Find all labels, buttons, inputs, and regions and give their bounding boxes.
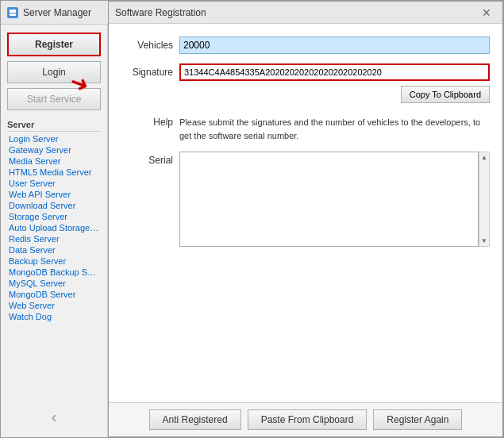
copy-btn-row: Copy To Clipboard xyxy=(121,86,490,103)
vehicles-label: Vehicles xyxy=(121,40,173,51)
svg-rect-0 xyxy=(10,10,16,13)
anti-registered-button[interactable]: Anti Registered xyxy=(149,409,241,430)
dialog-footer: Anti Registered Paste From Clipboard Reg… xyxy=(109,402,502,436)
server-list-item[interactable]: Data Server xyxy=(7,244,101,256)
server-list-item[interactable]: Media Server xyxy=(7,156,101,167)
dialog-body: Vehicles Signature Copy To Clipboard Hel… xyxy=(109,25,502,402)
server-list-item[interactable]: Storage Server xyxy=(7,211,101,222)
server-list-item[interactable]: User Server xyxy=(7,178,101,189)
paste-from-clipboard-button[interactable]: Paste From Clipboard xyxy=(248,409,367,430)
signature-label: Signature xyxy=(121,67,173,78)
register-button[interactable]: Register xyxy=(7,33,101,56)
scrollbar-down-arrow[interactable]: ▼ xyxy=(481,237,487,244)
vehicles-row: Vehicles xyxy=(121,36,490,54)
svg-rect-1 xyxy=(10,13,16,16)
server-list-item[interactable]: Auto Upload Storage S... xyxy=(7,222,101,233)
register-again-button[interactable]: Register Again xyxy=(373,409,462,430)
help-label: Help xyxy=(121,116,173,128)
server-list-item[interactable]: Backup Server xyxy=(7,256,101,267)
serial-section: Serial ▲ ▼ xyxy=(121,152,490,390)
vehicles-input[interactable] xyxy=(179,36,490,54)
server-manager-icon xyxy=(7,7,18,18)
server-list-item[interactable]: Gateway Server xyxy=(7,144,101,156)
serial-textarea[interactable] xyxy=(179,152,479,247)
server-list-item[interactable]: MySQL Server xyxy=(7,278,101,289)
software-registration-dialog: Software Registration ✕ Vehicles Signatu… xyxy=(108,25,503,437)
main-window: Server Manager ✕ Register Login Start Se… xyxy=(0,0,504,438)
content-area: Register Login Start Service Server Logi… xyxy=(1,25,503,437)
title-bar-left: Server Manager xyxy=(7,7,91,18)
server-list-item[interactable]: HTML5 Media Server xyxy=(7,167,101,178)
copy-to-clipboard-button[interactable]: Copy To Clipboard xyxy=(401,86,490,103)
server-list-item[interactable]: MongoDB Backup Serve... xyxy=(7,267,101,278)
server-list-item[interactable]: Login Server xyxy=(7,133,101,144)
server-list: Login ServerGateway ServerMedia ServerHT… xyxy=(7,133,101,322)
signature-input[interactable] xyxy=(179,63,490,81)
help-row: Help Please submit the signatures and th… xyxy=(121,116,490,142)
left-panel: Register Login Start Service Server Logi… xyxy=(1,25,108,437)
server-list-header: Server xyxy=(7,118,101,132)
server-list-item[interactable]: Web API Server xyxy=(7,189,101,200)
server-list-item[interactable]: Redis Server xyxy=(7,233,101,244)
window-title: Server Manager xyxy=(23,7,91,18)
signature-section: Signature Copy To Clipboard xyxy=(121,63,490,103)
server-list-item[interactable]: MongoDB Server xyxy=(7,289,101,300)
scrollbar-up-arrow[interactable]: ▲ xyxy=(481,154,487,161)
serial-scrollbar[interactable]: ▲ ▼ xyxy=(479,152,490,247)
start-service-button[interactable]: Start Service xyxy=(7,88,101,110)
signature-row: Signature xyxy=(121,63,490,81)
server-list-section: Server Login ServerGateway ServerMedia S… xyxy=(7,118,101,322)
serial-container: ▲ ▼ xyxy=(179,152,490,247)
server-list-item[interactable]: Download Server xyxy=(7,200,101,211)
server-list-item[interactable]: Watch Dog xyxy=(7,311,101,322)
help-text: Please submit the signatures and the num… xyxy=(179,116,490,142)
serial-label: Serial xyxy=(121,152,173,166)
server-list-item[interactable]: Web Server xyxy=(7,300,101,311)
scroll-left-indicator[interactable]: ‹ xyxy=(7,405,101,429)
login-button[interactable]: Login xyxy=(7,61,101,83)
